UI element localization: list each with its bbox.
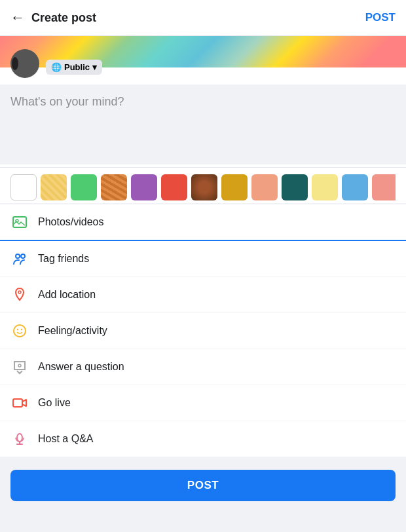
option-item-live[interactable]: Go live [0,385,406,421]
bg-color-swatch-orange-pattern[interactable] [101,174,127,200]
bg-color-swatch-peach[interactable] [251,174,278,200]
bg-color-swatch-yellow-pattern[interactable] [41,174,67,200]
option-label-live: Go live [38,397,71,409]
qa-icon [10,430,29,448]
svg-point-6 [17,329,18,330]
bg-color-swatch-gold[interactable] [221,174,248,200]
audience-selector[interactable]: 🌐 Public ▾ [46,60,102,75]
avatar [10,49,39,78]
bg-color-swatch-green[interactable] [71,174,97,200]
audience-label: Public [64,62,90,72]
svg-point-4 [18,291,21,294]
background-colors-section [0,167,406,203]
bg-color-swatch-white[interactable] [10,174,37,200]
chevron-down-icon: ▾ [92,62,97,72]
svg-point-3 [21,254,25,258]
option-label-feeling: Feeling/activity [38,325,107,337]
feeling-icon [10,322,29,340]
header: ← Create post POST [0,0,406,36]
option-item-feeling[interactable]: Feeling/activity [0,313,406,349]
svg-point-2 [16,254,20,258]
bg-color-swatch-pink[interactable] [372,174,396,200]
back-button[interactable]: ← [10,9,25,26]
option-item-qa[interactable]: Host a Q&A [0,421,406,457]
svg-point-10 [17,434,22,442]
post-button-section: POST [0,462,406,509]
option-label-qa: Host a Q&A [38,433,93,445]
option-label-location: Add location [38,289,96,301]
question-icon [10,358,29,376]
live-icon [10,394,29,412]
svg-point-8 [18,364,21,367]
bg-color-swatch-sky-blue[interactable] [342,174,368,200]
option-label-tag: Tag friends [38,253,89,265]
tag-icon [10,250,29,268]
background-colors-row [10,174,396,200]
page-title: Create post [31,11,96,25]
bg-color-swatch-purple[interactable] [131,174,157,200]
compose-textarea[interactable] [0,86,406,164]
post-header-button[interactable]: POST [365,11,396,24]
profile-section: 🌐 Public ▾ [0,36,406,85]
bg-color-swatch-red-orange[interactable] [161,174,187,200]
option-item-tag[interactable]: Tag friends [0,241,406,277]
bg-color-swatch-dark-pattern[interactable] [191,174,217,200]
svg-point-5 [14,325,26,337]
options-section: Photos/videos Tag friends Add location F… [0,204,406,457]
option-label-photos: Photos/videos [38,216,104,228]
svg-rect-9 [13,399,22,407]
svg-point-7 [21,329,22,330]
bg-color-swatch-teal-dark[interactable] [282,174,308,200]
option-item-location[interactable]: Add location [0,277,406,313]
option-item-question[interactable]: Answer a question [0,349,406,385]
option-item-photos[interactable]: Photos/videos [0,204,406,241]
bg-color-swatch-light-yellow[interactable] [312,174,338,200]
photos-icon [10,213,29,231]
location-icon [10,286,29,304]
globe-icon: 🌐 [51,62,62,72]
option-label-question: Answer a question [38,361,124,373]
header-left: ← Create post [10,9,96,26]
compose-section [0,86,406,167]
post-button[interactable]: POST [10,470,396,501]
